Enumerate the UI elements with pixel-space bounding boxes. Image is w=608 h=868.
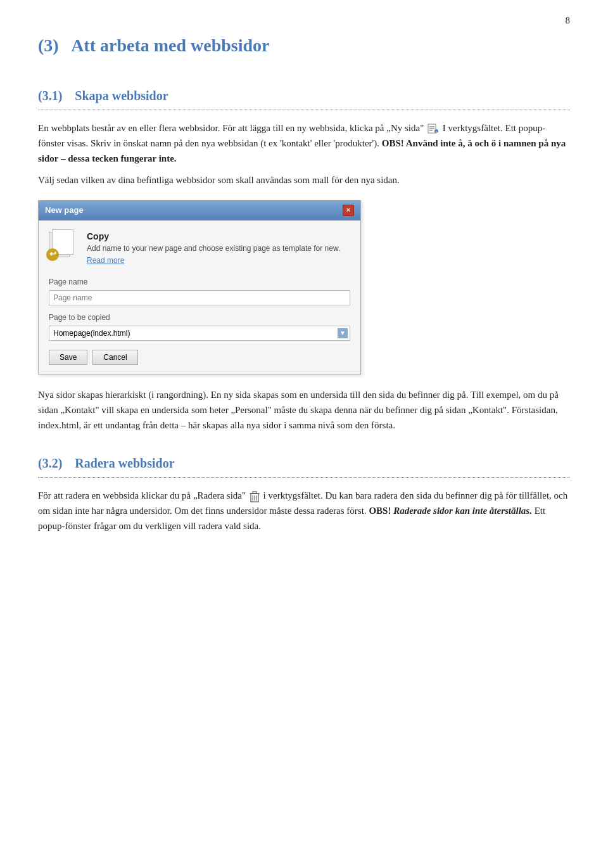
dialog-copy-section: ↩ Copy Add name to your new page and cho… — [49, 229, 350, 267]
dialog-close-button[interactable]: × — [343, 205, 354, 216]
page-name-input[interactable] — [49, 290, 350, 305]
dialog-buttons: Save Cancel — [49, 350, 350, 365]
copy-title: Copy — [87, 229, 340, 243]
copy-desc: Add name to your new page and choose exi… — [87, 243, 340, 254]
ny-sida-icon: + — [426, 123, 443, 133]
section-3-2-title: (3.2) Radera webbsidor — [38, 453, 570, 473]
dialog-title: New page — [45, 204, 84, 217]
page-name-label: Page name — [49, 276, 350, 288]
page-copy-select[interactable]: Homepage(index.html) — [49, 326, 350, 341]
page-copy-label: Page to be copied — [49, 312, 350, 324]
cancel-button[interactable]: Cancel — [92, 350, 137, 365]
copy-icon: ↩ — [49, 229, 79, 260]
page-number: 8 — [566, 13, 571, 28]
page-copy-field-group: Page to be copied Homepage(index.html) ▼ — [49, 312, 350, 341]
dialog-titlebar: New page × — [39, 201, 360, 220]
dialog-body: ↩ Copy Add name to your new page and cho… — [39, 220, 360, 374]
copy-text-block: Copy Add name to your new page and choos… — [87, 229, 340, 267]
section-3-2-divider — [38, 477, 570, 478]
chapter-number: (3) — [38, 35, 59, 55]
section-3-1: (3.1) Skapa webbsidor En webbplats bestå… — [38, 86, 570, 433]
svg-text:+: + — [436, 130, 438, 134]
section-3-2: (3.2) Radera webbsidor För att radera en… — [38, 453, 570, 533]
chapter-title-text: Att arbeta med webbsidor — [71, 35, 269, 55]
chapter-title: (3) Att arbeta med webbsidor — [38, 32, 570, 60]
obs-label: OBS! Använd inte å, ä och ö i namnen på … — [38, 138, 566, 163]
read-more-link[interactable]: Read more — [87, 256, 124, 265]
obs-label-2: OBS! Raderade sidor kan inte återställas… — [369, 506, 532, 516]
section-divider — [38, 110, 570, 110]
section-3-1-para2: Välj sedan vilken av dina befintliga web… — [38, 172, 570, 188]
trash-icon — [248, 490, 263, 501]
new-page-dialog: New page × ↩ Copy Add n — [38, 200, 361, 374]
page-name-field-group: Page name — [49, 276, 350, 305]
save-button[interactable]: Save — [49, 350, 87, 365]
page-container: 8 (3) Att arbeta med webbsidor (3.1) Ska… — [0, 0, 608, 592]
section-3-2-para1: För att radera en webbsida klickar du på… — [38, 488, 570, 533]
section-3-1-para3: Nya sidor skapas hierarkiskt (i rangordn… — [38, 387, 570, 433]
section-3-1-title: (3.1) Skapa webbsidor — [38, 86, 570, 106]
section-3-1-para1: En webbplats består av en eller flera we… — [38, 120, 570, 166]
page-copy-select-wrapper: Homepage(index.html) ▼ — [49, 326, 350, 341]
svg-rect-8 — [253, 492, 256, 494]
